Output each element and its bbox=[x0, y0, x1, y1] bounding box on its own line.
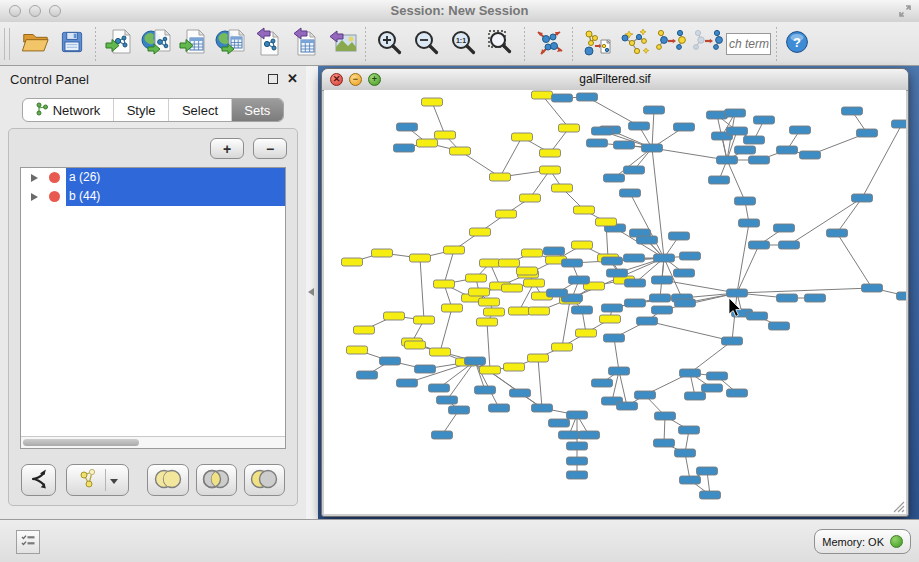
graph-node-blue[interactable] bbox=[489, 404, 510, 412]
graph-node-blue[interactable] bbox=[465, 357, 486, 365]
graph-node-blue[interactable] bbox=[700, 491, 721, 499]
graph-node-blue[interactable] bbox=[892, 120, 907, 128]
graph-node-blue[interactable] bbox=[415, 365, 436, 373]
graph-node-yellow[interactable] bbox=[405, 341, 426, 349]
graph-node-yellow[interactable] bbox=[576, 329, 597, 337]
graph-node-blue[interactable] bbox=[432, 431, 453, 439]
graph-edge[interactable] bbox=[652, 148, 727, 160]
graph-node-blue[interactable] bbox=[735, 197, 756, 205]
graph-node-blue[interactable] bbox=[604, 174, 625, 182]
graph-node-blue[interactable] bbox=[827, 229, 848, 237]
graph-node-yellow[interactable] bbox=[529, 307, 550, 315]
graph-node-blue[interactable] bbox=[702, 384, 723, 392]
graph-node-blue[interactable] bbox=[544, 247, 565, 255]
graph-node-blue[interactable] bbox=[777, 294, 798, 302]
graph-edge[interactable] bbox=[837, 198, 862, 233]
graph-node-blue[interactable] bbox=[592, 379, 613, 387]
graph-node-blue[interactable] bbox=[604, 334, 625, 342]
graph-node-yellow[interactable] bbox=[417, 139, 438, 147]
resize-grip-icon[interactable] bbox=[892, 500, 905, 513]
hide-selected-button[interactable] bbox=[652, 25, 689, 62]
graph-edge[interactable] bbox=[420, 258, 424, 320]
graph-node-blue[interactable] bbox=[429, 384, 450, 392]
graph-node-blue[interactable] bbox=[779, 241, 800, 249]
graph-node-blue[interactable] bbox=[637, 317, 658, 325]
graph-node-blue[interactable] bbox=[624, 254, 645, 262]
import-network-file-button[interactable] bbox=[101, 25, 138, 62]
graph-node-blue[interactable] bbox=[842, 107, 863, 115]
zoom-fit-button[interactable] bbox=[482, 25, 519, 62]
graph-edge[interactable] bbox=[447, 361, 475, 400]
graph-node-blue[interactable] bbox=[620, 189, 641, 197]
graph-node-blue[interactable] bbox=[637, 236, 658, 244]
graph-node-yellow[interactable] bbox=[442, 304, 463, 312]
import-table-file-button[interactable] bbox=[175, 25, 212, 62]
graph-node-blue[interactable] bbox=[609, 367, 630, 375]
graph-node-yellow[interactable] bbox=[532, 91, 553, 99]
graph-node-blue[interactable] bbox=[754, 116, 775, 124]
graph-node-blue[interactable] bbox=[644, 106, 665, 114]
graph-node-blue[interactable] bbox=[852, 194, 873, 202]
graph-node-blue[interactable] bbox=[675, 449, 696, 457]
tab-network[interactable]: Network bbox=[23, 99, 114, 121]
intersect-sets-button[interactable] bbox=[196, 464, 237, 496]
graph-node-yellow[interactable] bbox=[480, 259, 501, 267]
graph-node-blue[interactable] bbox=[725, 109, 746, 117]
open-session-button[interactable] bbox=[16, 25, 53, 62]
graph-edge[interactable] bbox=[538, 358, 542, 408]
graph-node-blue[interactable] bbox=[592, 127, 613, 135]
float-panel-icon[interactable] bbox=[268, 74, 278, 84]
search-input[interactable]: ch term bbox=[726, 33, 771, 55]
graph-node-blue[interactable] bbox=[572, 306, 593, 314]
graph-node-blue[interactable] bbox=[577, 93, 598, 101]
select-first-neighbors-button[interactable] bbox=[615, 25, 652, 62]
graph-node-blue[interactable] bbox=[777, 146, 798, 154]
close-window-button[interactable] bbox=[9, 5, 21, 17]
graph-node-blue[interactable] bbox=[800, 151, 821, 159]
expander-triangle-icon[interactable] bbox=[31, 193, 38, 201]
graph-node-yellow[interactable] bbox=[414, 316, 435, 324]
graph-node-yellow[interactable] bbox=[540, 149, 561, 157]
graph-node-yellow[interactable] bbox=[484, 308, 505, 316]
close-panel-icon[interactable]: ✕ bbox=[287, 71, 298, 87]
graph-node-yellow[interactable] bbox=[466, 274, 487, 282]
scrollbar-thumb[interactable] bbox=[23, 439, 139, 446]
graph-node-blue[interactable] bbox=[717, 156, 738, 164]
graph-edge[interactable] bbox=[737, 223, 749, 293]
graph-node-blue[interactable] bbox=[739, 219, 760, 227]
zoom-actual-size-button[interactable]: 1:1 bbox=[445, 25, 482, 62]
graph-node-blue[interactable] bbox=[510, 389, 531, 397]
collapse-panel-handle[interactable] bbox=[308, 288, 314, 296]
graph-node-yellow[interactable] bbox=[559, 124, 580, 132]
graph-node-yellow[interactable] bbox=[480, 366, 501, 374]
graph-node-yellow[interactable] bbox=[512, 133, 533, 141]
tab-select[interactable]: Select bbox=[169, 99, 231, 121]
graph-edge[interactable] bbox=[662, 280, 737, 293]
graph-node-blue[interactable] bbox=[650, 294, 671, 302]
graph-node-blue[interactable] bbox=[727, 389, 748, 397]
graph-node-yellow[interactable] bbox=[596, 218, 617, 226]
graph-node-blue[interactable] bbox=[569, 276, 590, 284]
tab-sets[interactable]: Sets bbox=[232, 99, 283, 121]
expander-triangle-icon[interactable] bbox=[31, 174, 38, 182]
network-canvas[interactable] bbox=[324, 90, 906, 514]
graph-node-blue[interactable] bbox=[722, 337, 743, 345]
graph-edge[interactable] bbox=[440, 308, 452, 352]
graph-node-blue[interactable] bbox=[749, 156, 770, 164]
graph-node-yellow[interactable] bbox=[517, 267, 538, 275]
graph-node-yellow[interactable] bbox=[524, 279, 545, 287]
graph-node-yellow[interactable] bbox=[372, 249, 393, 257]
graph-node-blue[interactable] bbox=[654, 254, 675, 262]
graph-node-blue[interactable] bbox=[655, 412, 676, 420]
graph-edge[interactable] bbox=[562, 300, 570, 347]
graph-edge[interactable] bbox=[737, 245, 759, 293]
graph-node-yellow[interactable] bbox=[354, 326, 375, 334]
graph-node-blue[interactable] bbox=[727, 127, 748, 135]
graph-node-blue[interactable] bbox=[607, 269, 628, 277]
memory-status-button[interactable]: Memory: OK bbox=[814, 529, 911, 554]
graph-node-yellow[interactable] bbox=[450, 147, 471, 155]
split-sets-button[interactable] bbox=[21, 464, 56, 496]
graph-node-yellow[interactable] bbox=[477, 318, 498, 326]
graph-node-blue[interactable] bbox=[587, 139, 608, 147]
graph-node-blue[interactable] bbox=[654, 439, 675, 447]
